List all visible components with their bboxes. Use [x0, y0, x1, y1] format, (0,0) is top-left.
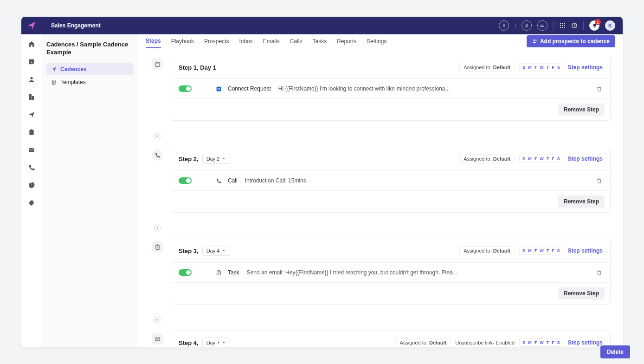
svg-rect-16: [29, 148, 34, 152]
rail-home-icon[interactable]: [27, 40, 36, 48]
sidebar-item-cadences[interactable]: Cadences: [46, 63, 134, 75]
trash-icon[interactable]: [596, 178, 603, 184]
chevron-down-icon: [222, 341, 226, 344]
tab-emails[interactable]: Emails: [263, 35, 280, 48]
rail-gear-icon[interactable]: [27, 199, 36, 207]
currency-icon[interactable]: $: [499, 20, 509, 31]
tabbar: Steps Playbook Prospects Inbox Emails Ca…: [138, 34, 623, 48]
tab-settings[interactable]: Settings: [367, 35, 386, 48]
weekday-strip[interactable]: SMTWTFS: [519, 247, 563, 255]
tab-reports[interactable]: Reports: [337, 35, 356, 48]
step-card: Step 2,Day 2Assigned to: DefaultSMTWTFSS…: [171, 147, 611, 213]
rail-person-icon[interactable]: [27, 75, 36, 84]
rail-phone-icon[interactable]: [27, 163, 36, 172]
task-icon: [216, 270, 222, 276]
chart-icon[interactable]: [537, 20, 547, 31]
step-row: CallIntroduction Call: 15mins: [171, 171, 610, 191]
step-block: Step 4,Day 7Assigned to: DefaultUnsubscr…: [150, 331, 611, 347]
calendar-marker-icon: [152, 58, 163, 70]
day-select[interactable]: Day 4: [202, 246, 231, 256]
rail-mail-icon[interactable]: [27, 146, 36, 154]
rail-building-icon[interactable]: [27, 93, 36, 101]
svg-rect-13: [32, 96, 34, 100]
weekday-strip[interactable]: SMTWTFS: [519, 338, 563, 347]
svg-rect-20: [155, 62, 160, 66]
separator-dot: |: [515, 23, 516, 28]
sidebar-item-label: Cadences: [60, 66, 87, 72]
step-type-label: Call: [228, 177, 238, 184]
delete-button[interactable]: Delete: [600, 345, 623, 347]
breadcrumb: Cadences / Sample Cadence Example: [46, 41, 134, 57]
rail-clipboard-icon[interactable]: [27, 128, 36, 136]
user-avatar[interactable]: K: [605, 20, 615, 31]
weekday-strip[interactable]: SMTWTFS: [519, 63, 563, 72]
side-panel: Cadences / Sample Cadence Example Cadenc…: [42, 34, 138, 347]
user-icon[interactable]: [522, 20, 532, 31]
tab-tasks[interactable]: Tasks: [312, 35, 327, 48]
rail-pie-icon[interactable]: [27, 181, 36, 189]
step-toggle[interactable]: [179, 269, 192, 276]
add-step-button[interactable]: [154, 133, 161, 139]
rail-inbox-icon[interactable]: [27, 58, 36, 66]
phone-icon: [216, 178, 222, 184]
step-card: Step 3,Day 4Assigned to: DefaultSMTWTFSS…: [171, 239, 611, 305]
step-title: Step 4,: [179, 339, 199, 346]
step-settings-link[interactable]: Step settings: [568, 156, 603, 162]
weekday-strip[interactable]: SMTWTFS: [519, 155, 563, 163]
tab-playbook[interactable]: Playbook: [171, 35, 194, 48]
svg-point-4: [560, 25, 561, 26]
step-settings-link[interactable]: Step settings: [568, 247, 603, 254]
svg-point-9: [564, 27, 565, 28]
step-card: Step 4,Day 7Assigned to: DefaultUnsubscr…: [171, 331, 611, 347]
unsubscribe-info: Unsubscribe link- Enabled: [455, 338, 515, 347]
task-marker-icon: [152, 241, 163, 253]
step-title: Step 1, Day 1: [179, 64, 216, 71]
step-settings-link[interactable]: Step settings: [568, 339, 603, 346]
assigned-to[interactable]: Assigned to: Default: [395, 338, 451, 347]
svg-point-1: [560, 23, 561, 24]
svg-point-5: [562, 25, 563, 26]
step-type-label: Connect Request: [228, 85, 271, 92]
add-step-button[interactable]: [154, 225, 161, 231]
sidebar-item-label: Templates: [60, 79, 86, 85]
remove-step-button[interactable]: Remove Step: [558, 195, 605, 208]
svg-point-6: [564, 25, 565, 26]
notifications-button[interactable]: 1: [589, 20, 599, 31]
step-toggle[interactable]: [179, 177, 192, 184]
sidebar-item-templates[interactable]: Templates: [46, 76, 134, 88]
topbar: Sales Engagement $ |: [21, 17, 623, 34]
svg-point-2: [562, 23, 563, 24]
help-icon[interactable]: [571, 22, 578, 29]
step-title: Step 3,: [179, 247, 199, 254]
svg-point-8: [562, 27, 563, 28]
phone-marker-icon: [152, 150, 163, 161]
step-row: inConnect RequestHi {{FirstName}} I'm lo…: [171, 79, 610, 99]
tab-prospects[interactable]: Prospects: [204, 35, 229, 48]
day-select[interactable]: Day 7: [202, 338, 231, 347]
tab-calls[interactable]: Calls: [290, 35, 303, 48]
assigned-to[interactable]: Assigned to: Default: [459, 63, 515, 72]
tab-steps[interactable]: Steps: [146, 34, 161, 48]
document-icon: [51, 79, 57, 85]
day-select[interactable]: Day 2: [202, 154, 231, 164]
add-prospects-button[interactable]: Add prospects to cadence: [527, 35, 615, 47]
tab-inbox[interactable]: Inbox: [239, 35, 252, 48]
remove-step-button[interactable]: Remove Step: [558, 104, 605, 116]
remove-step-button[interactable]: Remove Step: [558, 287, 605, 299]
module-title[interactable]: Sales Engagement: [42, 17, 110, 34]
assigned-to[interactable]: Assigned to: Default: [459, 154, 515, 163]
apps-grid-icon[interactable]: [559, 22, 566, 29]
trash-icon[interactable]: [596, 86, 603, 92]
trash-icon[interactable]: [596, 270, 603, 276]
svg-rect-12: [29, 94, 31, 100]
brand-logo[interactable]: [21, 17, 42, 34]
step-settings-link[interactable]: Step settings: [568, 64, 603, 71]
assigned-to[interactable]: Assigned to: Default: [459, 246, 515, 255]
rail-send-icon[interactable]: [27, 110, 36, 119]
step-description: Introduction Call: 15mins: [245, 177, 306, 184]
svg-rect-14: [29, 130, 33, 135]
add-step-button[interactable]: [154, 317, 161, 323]
step-toggle[interactable]: [179, 85, 192, 92]
notif-badge: 1: [595, 19, 601, 25]
step-title: Step 2,: [179, 156, 199, 162]
